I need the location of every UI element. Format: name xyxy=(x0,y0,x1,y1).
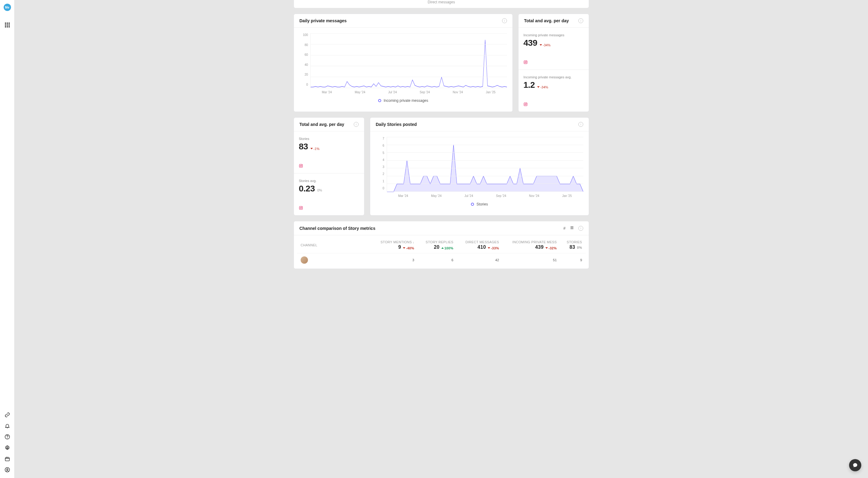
sort-down-icon: ↓ xyxy=(413,241,414,244)
svg-point-13 xyxy=(300,165,302,167)
svg-point-11 xyxy=(526,103,527,103)
svg-point-5 xyxy=(6,469,8,470)
metric-delta: -1% xyxy=(310,147,319,150)
bell-icon[interactable] xyxy=(5,423,10,429)
list-view-icon[interactable] xyxy=(570,226,574,231)
account-icon[interactable] xyxy=(5,467,10,473)
chat-bubble-button[interactable] xyxy=(849,459,861,471)
metric-delta: 0% xyxy=(317,189,322,192)
info-icon[interactable]: i xyxy=(502,18,507,23)
col-stories[interactable]: STORIES 830% xyxy=(560,237,586,253)
col-channel[interactable]: CHANNEL xyxy=(301,243,368,247)
chart-yaxis: 100806040200 xyxy=(300,33,310,86)
metric-label: Incoming private messages avg. xyxy=(523,75,584,79)
channel-avatar xyxy=(301,257,308,264)
legend-marker-icon xyxy=(471,203,474,206)
channel-comparison-card: Channel comparison of Story metrics # i xyxy=(293,221,589,269)
chart-legend: Incoming private messages xyxy=(300,93,507,103)
top-partial-card: Direct messages xyxy=(293,0,589,8)
help-icon[interactable] xyxy=(5,434,10,440)
hash-view-icon[interactable]: # xyxy=(563,226,565,231)
info-icon[interactable]: i xyxy=(578,122,583,127)
info-icon[interactable]: i xyxy=(578,226,583,231)
metric-value: 1.2 xyxy=(523,80,535,90)
link-icon[interactable] xyxy=(5,412,10,418)
metric-stories-avg: Stories avg. 0.23 0% xyxy=(294,173,364,215)
metric-delta: -34% xyxy=(537,86,548,89)
svg-point-17 xyxy=(302,207,302,207)
metric-incoming-messages-avg: Incoming private messages avg. 1.2 -34% xyxy=(519,70,589,111)
chart-xaxis: Mar '24May '24Jul '24Sep '24Nov '24Jan '… xyxy=(310,88,507,94)
card-title: Daily private messages xyxy=(300,18,347,23)
left-sidebar: Me xyxy=(0,0,14,478)
col-inc[interactable]: INCOMING PRIVATE MESS 439-32% xyxy=(503,237,560,253)
chart-yaxis: 76543210 xyxy=(376,137,386,190)
svg-point-2 xyxy=(6,447,8,449)
col-dm[interactable]: DIRECT MESSAGES 410-33% xyxy=(457,237,503,253)
caret-down-icon xyxy=(537,86,539,88)
metric-incoming-messages: Incoming private messages 439 -34% xyxy=(519,28,589,70)
apps-grid-icon[interactable] xyxy=(5,23,10,28)
svg-point-8 xyxy=(526,61,527,61)
svg-point-10 xyxy=(525,104,526,105)
metric-label: Stories avg. xyxy=(299,179,359,182)
col-replies[interactable]: STORY REPLIES 20100% xyxy=(418,237,457,253)
svg-point-7 xyxy=(525,62,526,63)
caret-down-icon xyxy=(539,44,542,46)
total-avg-right-card: Total and avg. per day i Incoming privat… xyxy=(518,14,589,112)
legend-label: Incoming private messages xyxy=(384,99,428,103)
dpm-chart xyxy=(311,33,507,88)
card-title: Total and avg. per day xyxy=(524,18,569,23)
dsp-chart xyxy=(387,137,583,192)
daily-private-messages-card: Daily private messages i 100806040200 xyxy=(293,14,513,112)
info-icon[interactable]: i xyxy=(578,18,583,23)
daily-stories-posted-card: Daily Stories posted i 76543210 Mar '24M… xyxy=(370,117,589,215)
info-icon[interactable]: i xyxy=(354,122,359,127)
card-title: Total and avg. per day xyxy=(300,122,344,127)
metric-value: 0.23 xyxy=(299,184,315,194)
comparison-table: CHANNEL STORY MENTIONS↓ 9-40% xyxy=(297,237,586,267)
clapper-icon[interactable] xyxy=(5,456,10,462)
total-avg-left-card: Total and avg. per day i Stories 83 -1% xyxy=(293,117,364,215)
instagram-icon xyxy=(523,60,584,65)
svg-rect-3 xyxy=(5,457,9,461)
table-row[interactable]: 3 6 42 51 9 xyxy=(297,253,586,267)
metric-label: Stories xyxy=(299,137,359,140)
col-mentions[interactable]: STORY MENTIONS↓ 9-40% xyxy=(372,237,418,253)
caret-down-icon xyxy=(310,148,313,149)
metric-value: 83 xyxy=(299,142,308,151)
metric-label: Incoming private messages xyxy=(523,33,584,37)
instagram-icon xyxy=(523,102,584,107)
svg-point-14 xyxy=(302,165,302,165)
gear-icon[interactable] xyxy=(5,445,10,450)
metric-delta: -34% xyxy=(539,43,551,47)
instagram-icon xyxy=(299,206,359,211)
top-card-label: Direct messages xyxy=(428,0,455,4)
card-title: Channel comparison of Story metrics xyxy=(300,226,375,231)
legend-marker-icon xyxy=(378,99,381,102)
chart-legend: Stories xyxy=(376,197,583,206)
instagram-icon xyxy=(299,164,359,169)
svg-point-1 xyxy=(7,438,7,438)
legend-label: Stories xyxy=(476,202,488,206)
metric-value: 439 xyxy=(523,38,537,48)
svg-point-16 xyxy=(300,207,302,209)
main-content: Direct messages Daily private messages i… xyxy=(14,0,868,478)
chart-xaxis: Mar '24May '24Jul '24Sep '24Nov '24Jan '… xyxy=(387,192,583,198)
app-logo[interactable]: Me xyxy=(4,4,11,11)
metric-stories: Stories 83 -1% xyxy=(294,131,364,173)
card-title: Daily Stories posted xyxy=(376,122,417,127)
